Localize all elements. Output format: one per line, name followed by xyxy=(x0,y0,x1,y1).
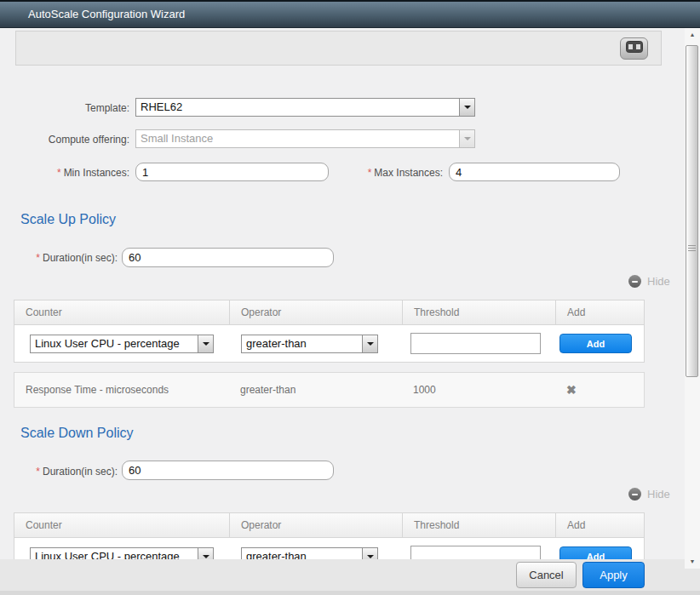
scale-down-duration-label: *Duration(in sec): xyxy=(0,466,118,478)
scale-up-duration-input[interactable] xyxy=(122,248,334,267)
add-condition-button[interactable]: Add xyxy=(559,334,632,353)
table-header-row: Counter Operator Threshold Add xyxy=(14,300,645,325)
operator-column-header: Operator xyxy=(229,513,402,537)
min-instances-label: *Min Instances: xyxy=(17,167,129,179)
dialog-footer: Cancel Apply xyxy=(0,559,700,595)
required-asterisk: * xyxy=(36,466,40,478)
autoscale-wizard-dialog: AutoScale Configuration Wizard Template:… xyxy=(0,0,700,595)
minus-circle-icon xyxy=(628,488,641,501)
table-input-row: Linux User CPU - percentage greater-than… xyxy=(14,325,645,363)
chevron-down-icon xyxy=(198,335,213,352)
add-column-header: Add xyxy=(555,300,644,324)
scale-up-policy-heading: Scale Up Policy xyxy=(20,212,116,227)
chevron-down-icon xyxy=(459,130,474,147)
delete-row-icon[interactable]: ✖ xyxy=(566,383,577,397)
min-instances-input[interactable] xyxy=(135,163,329,181)
row-counter-value: Response Time - microseconds xyxy=(14,373,229,407)
scale-up-policy-table: Counter Operator Threshold Add Linux Use… xyxy=(14,300,645,363)
minus-circle-icon xyxy=(628,275,641,288)
threshold-column-header: Threshold xyxy=(402,300,555,324)
dialog-title: AutoScale Configuration Wizard xyxy=(28,8,185,20)
footer-bottom-strip xyxy=(0,591,700,595)
required-asterisk: * xyxy=(36,252,40,264)
header-panel xyxy=(15,31,662,66)
operator-column-header: Operator xyxy=(229,300,402,324)
row-threshold-value: 1000 xyxy=(402,373,555,407)
counter-select-value: Linux User CPU - percentage xyxy=(31,335,198,352)
threshold-input[interactable] xyxy=(410,333,541,354)
compute-offering-select: Small Instance xyxy=(135,129,475,148)
template-select[interactable]: RHEL62 xyxy=(135,98,475,117)
apply-button[interactable]: Apply xyxy=(582,562,645,588)
max-instances-input[interactable] xyxy=(449,163,620,181)
table-row: Response Time - microseconds greater-tha… xyxy=(14,372,645,408)
scale-down-duration-input[interactable] xyxy=(122,461,334,480)
counter-column-header: Counter xyxy=(14,300,229,324)
chevron-down-icon xyxy=(459,99,474,116)
autoscale-group-icon xyxy=(626,41,643,56)
required-asterisk: * xyxy=(57,167,61,179)
scale-up-duration-label: *Duration(in sec): xyxy=(0,252,118,264)
required-asterisk: * xyxy=(368,167,372,179)
dialog-titlebar: AutoScale Configuration Wizard xyxy=(0,0,700,28)
cancel-button[interactable]: Cancel xyxy=(516,562,577,588)
compute-offering-label: Compute offering: xyxy=(17,134,129,146)
row-operator-value: greater-than xyxy=(229,373,402,407)
template-label: Template: xyxy=(17,102,129,114)
operator-select-value: greater-than xyxy=(242,335,362,352)
scale-down-hide-toggle[interactable]: Hide xyxy=(628,488,670,501)
compute-offering-select-value: Small Instance xyxy=(136,130,459,147)
max-instances-label: *Max Instances: xyxy=(332,167,443,179)
operator-select[interactable]: greater-than xyxy=(241,335,378,353)
scroll-down-icon[interactable]: ▼ xyxy=(685,555,700,569)
scrollbar-thumb[interactable] xyxy=(686,45,698,377)
vertical-scrollbar[interactable]: ▲ ▼ xyxy=(685,28,700,569)
scale-up-hide-toggle[interactable]: Hide xyxy=(628,275,670,288)
add-column-header: Add xyxy=(555,513,644,537)
hide-label: Hide xyxy=(647,488,670,501)
hide-label: Hide xyxy=(647,275,670,288)
scrollbar-grip xyxy=(688,245,696,253)
threshold-column-header: Threshold xyxy=(402,513,555,537)
chevron-down-icon xyxy=(362,335,377,352)
template-select-value: RHEL62 xyxy=(136,99,459,116)
counter-select[interactable]: Linux User CPU - percentage xyxy=(30,335,214,353)
scroll-up-icon[interactable]: ▲ xyxy=(685,28,700,42)
table-header-row: Counter Operator Threshold Add xyxy=(14,512,645,538)
scale-down-policy-heading: Scale Down Policy xyxy=(20,426,134,441)
autoscale-group-button[interactable] xyxy=(620,37,648,60)
counter-column-header: Counter xyxy=(14,513,229,537)
